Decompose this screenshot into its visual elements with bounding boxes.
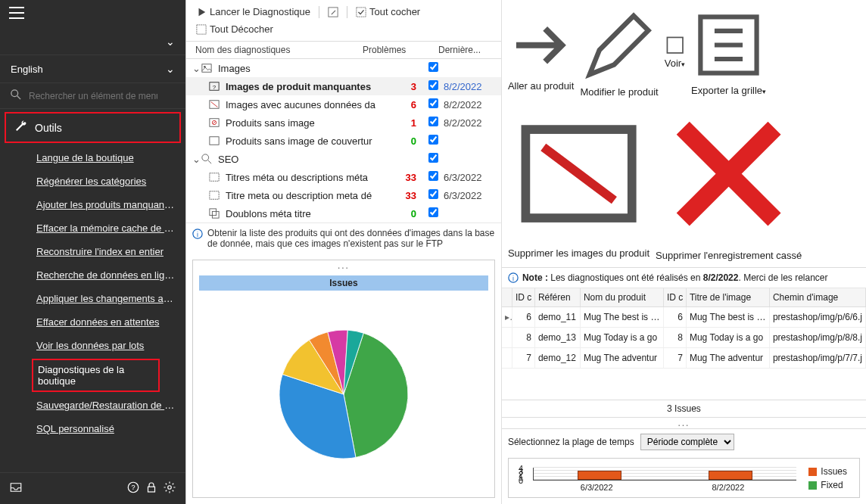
sidebar-item-outils[interactable]: Outils bbox=[5, 112, 181, 143]
col-last[interactable]: Dernière... bbox=[438, 45, 495, 55]
edit-square-icon[interactable] bbox=[324, 5, 342, 19]
sidebar-item-voir-lots[interactable]: Voir les données par lots bbox=[0, 334, 185, 357]
inbox-icon[interactable] bbox=[9, 481, 23, 496]
language-label: English bbox=[11, 64, 43, 75]
sidebar-search[interactable] bbox=[0, 83, 185, 109]
svg-point-19 bbox=[202, 154, 209, 161]
results-grid-header: ID c Référen Nom du produit ID c Titre d… bbox=[502, 288, 866, 307]
sidebar-language-section[interactable]: English ⌄ bbox=[0, 55, 185, 83]
goto-product-button[interactable]: Aller au produit bbox=[508, 12, 574, 92]
help-icon[interactable]: ? bbox=[126, 481, 140, 496]
export-grid-dropdown[interactable]: Exporter la grille▾ bbox=[691, 8, 766, 96]
time-range-select[interactable]: Période complète bbox=[640, 434, 734, 450]
svg-point-0 bbox=[11, 90, 18, 97]
tree-item-products-noimage[interactable]: Produits sans image 1 8/2/2022 bbox=[186, 114, 501, 132]
launch-diagnostic-button[interactable]: Lancer le Diagnostique bbox=[192, 5, 314, 19]
missing-image-icon: ? bbox=[209, 81, 223, 92]
item-check[interactable] bbox=[428, 117, 438, 126]
check-all-button[interactable]: Tout cocher bbox=[352, 5, 424, 19]
svg-text:i: i bbox=[512, 274, 514, 282]
item-check[interactable] bbox=[428, 80, 438, 90]
item-check[interactable] bbox=[428, 189, 438, 199]
svg-rect-21 bbox=[210, 173, 219, 182]
uncheck-all-button[interactable]: Tout Décocher bbox=[192, 22, 277, 36]
lock-icon[interactable] bbox=[145, 481, 158, 496]
tree-item-missing-images[interactable]: ? Images de produit manquantes 3 8/2/202… bbox=[186, 77, 501, 95]
view-dropdown[interactable]: Voir▾ bbox=[665, 35, 685, 69]
col-image-title[interactable]: Titre de l'image bbox=[687, 288, 770, 306]
time-range-row: Sélectionnez la plage de temps Période c… bbox=[502, 429, 866, 455]
chevron-down-icon: ⌄ bbox=[166, 63, 175, 75]
hamburger-button[interactable] bbox=[0, 0, 185, 28]
panel-resize-handle[interactable]: ... bbox=[502, 418, 866, 429]
sidebar-item-appliquer[interactable]: Appliquer les changements au W... bbox=[0, 287, 185, 310]
svg-rect-18 bbox=[210, 137, 219, 145]
svg-line-1 bbox=[17, 96, 20, 99]
sidebar-item-ajouter[interactable]: Ajouter les produits manquants ... bbox=[0, 193, 185, 216]
mid-toolbar: Lancer le Diagnostique Tout cocher Tout … bbox=[186, 0, 501, 42]
caret-down-icon: ⌄ bbox=[191, 154, 201, 165]
tree-item-meta-dup[interactable]: Doublons méta titre 0 bbox=[186, 204, 501, 222]
issues-pie-chart: ... Issues bbox=[192, 260, 495, 498]
col-product-name[interactable]: Nom du produit bbox=[581, 288, 664, 306]
panel-resize-handle[interactable]: ... bbox=[193, 260, 494, 272]
item-check[interactable] bbox=[428, 171, 438, 181]
group-images-check[interactable] bbox=[428, 62, 438, 72]
delete-broken-record-button[interactable]: Supprimer l'enregistrement cassé bbox=[656, 101, 802, 260]
sidebar-item-regen[interactable]: Régénérer les catégories bbox=[0, 170, 185, 193]
tree-item-products-nocover[interactable]: Produits sans image de couvertur 0 bbox=[186, 132, 501, 150]
tree-item-meta-title-def[interactable]: Titre meta ou description meta dé 33 6/3… bbox=[186, 186, 501, 204]
sidebar-item-langue[interactable]: Langue de la boutique bbox=[0, 146, 185, 170]
svg-rect-24 bbox=[212, 211, 219, 218]
tree-group-images[interactable]: ⌄ Images bbox=[186, 59, 501, 77]
table-row[interactable]: 7demo_12Mug The adventur7Mug The adventu… bbox=[502, 348, 866, 369]
note-row: i Note : Les diagnostiques ont été réali… bbox=[502, 268, 866, 288]
col-name[interactable]: Nom des diagnostiques bbox=[192, 45, 363, 55]
col-id2[interactable]: ID c bbox=[664, 288, 687, 306]
results-grid: ID c Référen Nom du produit ID c Titre d… bbox=[502, 288, 866, 369]
col-ref[interactable]: Référen bbox=[535, 288, 581, 306]
time-range-label: Sélectionnez la plage de temps bbox=[508, 437, 634, 447]
sidebar-item-diagnostiques[interactable]: Diagnostiques de la boutique bbox=[32, 359, 160, 392]
tree-item-images-nodata[interactable]: Images avec aucunes données da 6 8/2/202… bbox=[186, 95, 501, 114]
image-nodata-icon bbox=[209, 99, 223, 110]
item-check[interactable] bbox=[428, 135, 438, 145]
svg-line-30 bbox=[544, 148, 615, 201]
item-check[interactable] bbox=[428, 207, 438, 217]
outils-label: Outils bbox=[35, 122, 62, 134]
search-input[interactable] bbox=[29, 91, 157, 101]
table-row[interactable]: 8demo_13Mug Today is a go8Mug Today is a… bbox=[502, 328, 866, 348]
edit-product-button[interactable]: Modifier le produit bbox=[580, 6, 658, 98]
right-toolbar: Aller au produit Modifier le produit Voi… bbox=[502, 0, 866, 268]
product-nocover-icon bbox=[209, 135, 223, 146]
svg-text:i: i bbox=[197, 231, 198, 238]
sidebar-item-effacer-cache[interactable]: Effacer la mémoire cache de la b... bbox=[0, 216, 185, 240]
bar-legend: Issues Fixed bbox=[799, 463, 856, 494]
table-row[interactable]: ▸6demo_11Mug The best is ye6Mug The best… bbox=[502, 307, 866, 328]
item-check[interactable] bbox=[428, 98, 438, 108]
issues-chart-title: Issues bbox=[199, 275, 488, 291]
meta-default-icon bbox=[209, 190, 223, 201]
diagnostics-tree: ⌄ Images ? Images de produit manquantes … bbox=[186, 59, 501, 222]
svg-point-5 bbox=[168, 486, 172, 490]
col-problems[interactable]: Problèmes bbox=[363, 45, 416, 55]
issues-bar-chart: 012346/3/20228/2/2022 Issues Fixed bbox=[508, 458, 860, 498]
sidebar-item-sauvegarde[interactable]: Sauvegarde/Restauration de la b... bbox=[0, 394, 185, 417]
delete-product-images-button[interactable]: Supprimer les images du produit bbox=[508, 103, 650, 258]
sidebar-item-reconstruire[interactable]: Reconstruire l'index en entier bbox=[0, 240, 185, 263]
sidebar-item-sql[interactable]: SQL personnalisé bbox=[0, 417, 185, 440]
product-noimage-icon bbox=[209, 117, 223, 128]
col-id1[interactable]: ID c bbox=[512, 288, 535, 306]
svg-rect-8 bbox=[197, 24, 206, 33]
sidebar-item-recherche[interactable]: Recherche de données en ligne bbox=[0, 263, 185, 287]
sidebar-item-effacer-attentes[interactable]: Effacer données en attentes bbox=[0, 310, 185, 334]
tree-item-meta-titles[interactable]: Titres méta ou descriptions méta 33 6/3/… bbox=[186, 168, 501, 186]
tree-group-seo[interactable]: ⌄ SEO bbox=[186, 150, 501, 168]
sidebar-blank-section[interactable]: ⌄ bbox=[0, 28, 185, 55]
svg-rect-4 bbox=[148, 487, 155, 492]
meta-dup-icon bbox=[209, 208, 223, 219]
group-seo-check[interactable] bbox=[428, 153, 438, 163]
col-image-path[interactable]: Chemin d'image bbox=[770, 288, 866, 306]
gear-icon[interactable] bbox=[163, 481, 176, 496]
svg-text:?: ? bbox=[131, 484, 135, 491]
